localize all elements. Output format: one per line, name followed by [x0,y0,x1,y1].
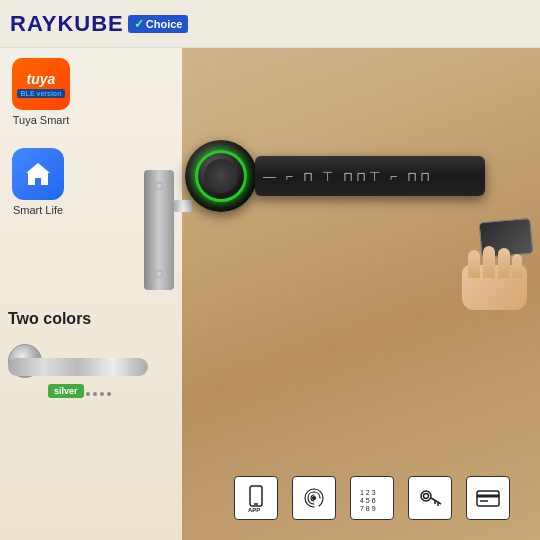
lock-plate [144,170,174,290]
brand-logo: RAYKUBE ✓ Choice [10,11,188,37]
lock-screw-top [155,182,163,190]
svg-text:7 8 9: 7 8 9 [360,505,376,512]
smartlife-section: Smart Life [12,148,64,216]
tuya-label: Tuya Smart [12,114,70,126]
two-colors-title: Two colors [8,310,158,328]
header-bar: RAYKUBE ✓ Choice [0,0,540,48]
brand-name: RAYKUBE [10,11,124,37]
keypad-icon-box: 1 2 3 4 5 6 7 8 9 [350,476,394,520]
smartlife-icon [12,148,64,200]
card-svg-icon [474,484,502,512]
svg-point-7 [421,491,431,501]
two-colors-section: Two colors silver [8,310,158,398]
silver-dot [86,392,90,396]
silver-handle [8,358,148,376]
hand-with-card [452,220,532,310]
phone-icon: APP [242,484,270,512]
fingerprint-ring [195,150,247,202]
svg-text:1 2 3: 1 2 3 [360,489,376,496]
lock-screw-bottom [155,270,163,278]
silver-dot [93,392,97,396]
svg-rect-0 [250,486,262,506]
silver-dot [100,392,104,396]
tuya-text: tuya [27,71,56,87]
lock-hardware [144,170,174,290]
svg-line-9 [431,498,441,504]
home-icon [23,159,53,189]
silver-dot [107,392,111,396]
key-icon-box [408,476,452,520]
lock-circle [185,140,257,212]
svg-rect-12 [477,491,499,506]
fingerprint-svg-icon [300,484,328,512]
svg-point-3 [313,497,316,500]
key-svg-icon [416,484,444,512]
lock-bar-symbols: — ⌐ ⊓ ⊤ ⊓⊓⊤ ⌐ ⊓⊓ [263,169,433,184]
card-icon-box [466,476,510,520]
choice-check-icon: ✓ [134,17,144,31]
silver-badge: silver [48,384,84,398]
svg-text:4 5 6: 4 5 6 [360,497,376,504]
fingerprint-icon-box [292,476,336,520]
fingerprint-icon [204,159,238,193]
main-lock: — ⌐ ⊓ ⊤ ⊓⊓⊤ ⌐ ⊓⊓ [185,140,485,212]
hand-prop [462,250,532,310]
tuya-section: tuya BLE version Tuya Smart [12,58,70,126]
silver-lock: silver [8,336,158,398]
choice-label: Choice [146,18,183,30]
ble-badge: BLE version [17,89,66,98]
svg-text:APP: APP [248,507,260,512]
app-icon-box: APP [234,476,278,520]
tuya-logo-box: tuya BLE version [12,58,70,110]
lock-bar: — ⌐ ⊓ ⊤ ⊓⊓⊤ ⌐ ⊓⊓ [255,156,485,196]
choice-badge: ✓ Choice [128,15,189,33]
smartlife-label: Smart Life [12,204,64,216]
keypad-svg-icon: 1 2 3 4 5 6 7 8 9 [358,484,386,512]
bottom-icons: APP 1 2 3 4 5 6 7 8 9 [234,476,510,520]
svg-point-8 [424,494,429,499]
